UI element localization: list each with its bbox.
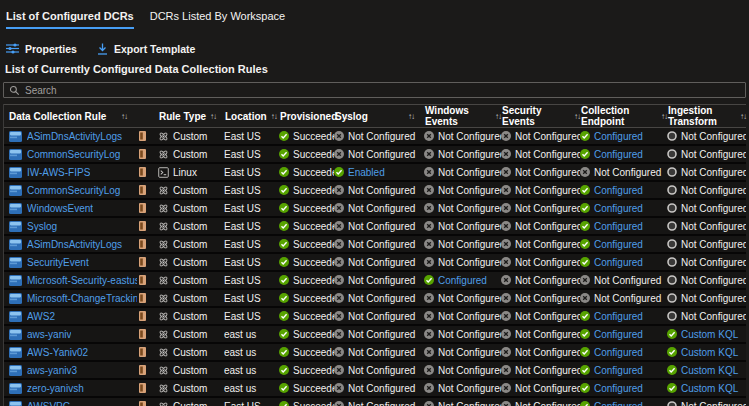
sort-arrows-icon[interactable]: ↑↓ (661, 112, 667, 121)
status-collection-endpoint-label[interactable]: Configured (594, 401, 643, 406)
dcr-name-link[interactable]: WindowsEvent (27, 203, 93, 214)
dcr-name-link[interactable]: AWS2 (27, 311, 55, 322)
copy-icon[interactable] (139, 347, 146, 357)
status-collection-endpoint-label[interactable]: Configured (594, 203, 643, 214)
copy-icon[interactable] (139, 185, 146, 195)
status-collection-endpoint-label[interactable]: Configured (594, 365, 643, 376)
sort-arrows-icon[interactable]: ↑↓ (121, 112, 127, 121)
status-ingestion-transform-label[interactable]: Custom KQL (681, 383, 738, 394)
dcr-name-link[interactable]: AWSVPC (27, 401, 70, 406)
column-header-location[interactable]: Location↑↓ (224, 105, 279, 128)
rule-type-cell: Custom (158, 254, 224, 270)
dcr-name-link[interactable]: AWS-Yaniv02 (27, 347, 88, 358)
status-collection-endpoint-label[interactable]: Configured (594, 221, 643, 232)
table-row[interactable]: SecurityEventCustomEast USSucceededNot C… (4, 253, 746, 271)
column-header-ingestion-transform[interactable]: Ingestion Transform↑↓ (667, 105, 746, 128)
table-row[interactable]: IW-AWS-FIPSLinuxEast USSucceededEnabledN… (4, 163, 746, 181)
column-header-data-collection-rule[interactable]: Data Collection Rule↑↓ (4, 105, 137, 128)
status-ingestion-transform-label[interactable]: Custom KQL (681, 329, 738, 340)
atom-icon (158, 275, 169, 286)
copy-icon[interactable] (139, 275, 146, 285)
status-provisioned: Succeeded (279, 182, 334, 198)
search-input[interactable] (25, 85, 740, 96)
dcr-name-link[interactable]: Syslog (27, 221, 57, 232)
copy-icon[interactable] (139, 329, 146, 339)
status-collection-endpoint-label[interactable]: Configured (594, 347, 643, 358)
table-row[interactable]: AWS-Yaniv02Customeast usSucceededNot Con… (4, 343, 746, 361)
dcr-name-link[interactable]: ASimDnsActivityLogs (27, 131, 122, 142)
dcr-name-link[interactable]: ASimDnsActivityLogs (27, 239, 122, 250)
table-row[interactable]: Microsoft-ChangeTracking-dsron3jCustomEa… (4, 289, 746, 307)
dcr-name-link[interactable]: Microsoft-Security-eastus-dcr (27, 275, 137, 286)
location-label: East US (224, 203, 261, 214)
status-collection-endpoint-label[interactable]: Configured (594, 329, 643, 340)
table-row[interactable]: CommonSecurityLogCustomEast USSucceededN… (4, 145, 746, 163)
copy-icon[interactable] (139, 383, 146, 393)
sort-arrows-icon[interactable]: ↑↓ (408, 112, 414, 121)
status-collection-endpoint-label[interactable]: Configured (594, 383, 643, 394)
location-label: east us (224, 365, 256, 376)
copy-icon[interactable] (139, 167, 146, 177)
column-header-rule-type[interactable]: Rule Type↑↓ (158, 105, 224, 128)
column-header-syslog[interactable]: Syslog↑↓ (334, 105, 424, 128)
status-syslog-label[interactable]: Enabled (348, 167, 385, 178)
table-row[interactable]: ASimDnsActivityLogsCustomEast USSucceede… (4, 235, 746, 253)
column-header-security-events[interactable]: Security Events↑↓ (501, 105, 580, 128)
sort-arrows-icon[interactable]: ↑↓ (210, 112, 216, 121)
tab-list-of-configured-dcrs[interactable]: List of Configured DCRs (6, 10, 134, 29)
dcr-name-link[interactable]: Microsoft-ChangeTracking-dsron3j (27, 293, 137, 304)
sort-arrows-icon[interactable]: ↑↓ (271, 112, 277, 121)
status-collection-endpoint-label[interactable]: Configured (594, 257, 643, 268)
status-collection-endpoint-label[interactable]: Configured (594, 185, 643, 196)
table-row[interactable]: SyslogCustomEast USSucceededNot Configur… (4, 217, 746, 235)
status-collection-endpoint-label[interactable]: Configured (594, 131, 643, 142)
status-collection-endpoint-label[interactable]: Configured (594, 149, 643, 160)
column-header-windows-events[interactable]: Windows Events↑↓ (424, 105, 501, 128)
copy-icon[interactable] (139, 149, 146, 159)
status-ingestion-transform-label[interactable]: Custom KQL (681, 347, 738, 358)
table-row[interactable]: aws-yaniv3Customeast usSucceededNot Conf… (4, 361, 746, 379)
copy-icon[interactable] (139, 131, 146, 141)
copy-icon[interactable] (139, 221, 146, 231)
location-cell: East US (224, 218, 279, 234)
dcr-name-link[interactable]: aws-yaniv3 (27, 365, 77, 376)
copy-cell (137, 128, 158, 144)
table-row[interactable]: Microsoft-Security-eastus-dcrCustomEast … (4, 271, 746, 289)
table-row[interactable]: WindowsEventCustomEast USSucceededNot Co… (4, 199, 746, 217)
dcr-name-link[interactable]: CommonSecurityLog (27, 185, 120, 196)
export-template-button[interactable]: Export Template (97, 43, 196, 55)
table-row[interactable]: CommonSecurityLogCustomEast USSucceededN… (4, 181, 746, 199)
column-header-provisioned[interactable]: Provisioned↑↓ (279, 105, 334, 128)
search-box[interactable] (3, 82, 746, 98)
status-ingestion-transform-label[interactable]: Custom KQL (681, 365, 738, 376)
properties-button[interactable]: Properties (6, 43, 77, 55)
table-row[interactable]: zero-yanivshCustomeast usSucceededNot Co… (4, 379, 746, 397)
copy-icon[interactable] (139, 311, 146, 321)
table-row[interactable]: AWS2CustomEast USSucceededNot Configured… (4, 307, 746, 325)
copy-icon[interactable] (139, 239, 146, 249)
dcr-name-link[interactable]: aws-yaniv (27, 329, 71, 340)
dcr-name-link[interactable]: CommonSecurityLog (27, 149, 120, 160)
check-circle-icon (580, 185, 590, 195)
status-collection-endpoint-label[interactable]: Configured (594, 239, 643, 250)
sort-arrows-icon[interactable]: ↑↓ (495, 112, 501, 121)
copy-icon[interactable] (139, 401, 146, 406)
dcr-name-link[interactable]: zero-yanivsh (27, 383, 84, 394)
table-row[interactable]: ASimDnsActivityLogsCustomEast USSucceede… (4, 128, 746, 146)
dcr-name-cell: ASimDnsActivityLogs (4, 236, 137, 252)
copy-icon[interactable] (139, 203, 146, 213)
status-windows-events-label[interactable]: Configured (438, 275, 487, 286)
status-collection-endpoint-label[interactable]: Configured (594, 311, 643, 322)
sort-arrows-icon[interactable]: ↑↓ (740, 112, 746, 121)
dcr-name-link[interactable]: IW-AWS-FIPS (27, 167, 90, 178)
table-row[interactable]: AWSVPCCustomEast USSucceededNot Configur… (4, 397, 746, 406)
tab-dcrs-listed-by-workspace[interactable]: DCRs Listed By Workspace (150, 10, 286, 29)
copy-icon[interactable] (139, 257, 146, 267)
sort-arrows-icon[interactable]: ↑↓ (574, 112, 580, 121)
column-header-collection-endpoint[interactable]: Collection Endpoint↑↓ (580, 105, 667, 128)
dcr-name-link[interactable]: SecurityEvent (27, 257, 89, 268)
copy-icon[interactable] (139, 293, 146, 303)
copy-icon[interactable] (139, 365, 146, 375)
status-syslog: Not Configured (334, 380, 424, 396)
table-row[interactable]: aws-yanivCustomeast usSucceededNot Confi… (4, 325, 746, 343)
